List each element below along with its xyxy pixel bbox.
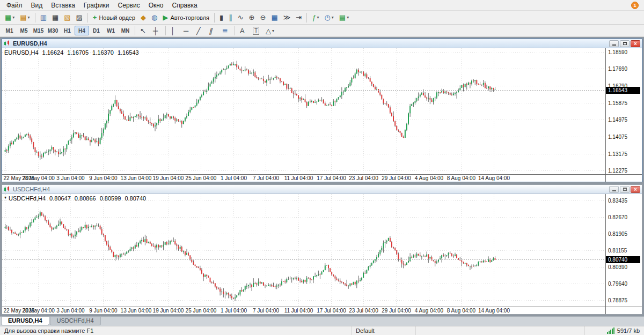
menu-view[interactable]: Вид (27, 1, 47, 10)
status-profile[interactable]: Default (352, 326, 416, 335)
open-value: 0.80647 (49, 195, 71, 202)
autoscroll-button[interactable]: ≫ (281, 12, 294, 23)
tile-windows-button[interactable]: ▦ (268, 12, 280, 23)
status-bar: Для вызова справки нажмите F1 Default 59… (0, 326, 644, 335)
label-tool-button[interactable]: T (250, 25, 263, 36)
svg-text:25 Jun 04:00: 25 Jun 04:00 (186, 308, 217, 314)
trendline-tool-button[interactable]: ╱ (194, 25, 207, 36)
crosshair-tool-button[interactable]: ┼ (150, 25, 163, 36)
data-window-button[interactable]: ▦ (49, 12, 61, 23)
terminal-button[interactable]: ▨ (74, 12, 85, 23)
timeframe-h4[interactable]: H4 (75, 26, 89, 35)
minimize-button[interactable] (609, 186, 619, 193)
chevron-down-icon: ▾ (12, 15, 14, 20)
timeframe-m30[interactable]: M30 (46, 26, 60, 35)
ohlc-readout: ▾ USDCHFd,H4 0.80647 0.80866 0.80599 0.8… (4, 195, 146, 202)
bar-chart-icon: ∥ (229, 14, 232, 21)
svg-text:9 Jun 04:00: 9 Jun 04:00 (89, 175, 118, 181)
timeframe-h1[interactable]: H1 (60, 26, 75, 35)
toolbar-separator (214, 13, 215, 23)
menu-insert[interactable]: Вставка (47, 1, 79, 10)
menu-tools[interactable]: Сервис (114, 1, 144, 10)
chevron-down-icon: ▾ (272, 28, 274, 33)
cursor-tool-button[interactable]: ↖ (137, 25, 150, 36)
svg-text:7 Jul 04:00: 7 Jul 04:00 (253, 308, 279, 314)
minimize-button[interactable] (609, 40, 619, 47)
tab-usdchf[interactable]: USDCHFd,H4 (50, 317, 101, 325)
usdchf-candlestick-chart[interactable]: 22 May 202528 May 04:003 Jun 04:009 Jun … (2, 194, 642, 314)
eurusd-titlebar[interactable]: EURUSD,H4 × (2, 39, 642, 48)
templates-button[interactable]: ▤ ▾ (336, 12, 352, 23)
svg-text:28 May 04:00: 28 May 04:00 (22, 308, 55, 314)
zoom-out-button[interactable]: ⊖ (258, 12, 269, 23)
new-chart-button[interactable]: ▦ ▾ (2, 12, 17, 23)
autotrading-button[interactable]: ▶ Авто-торговля (160, 12, 212, 23)
close-button[interactable]: × (631, 186, 640, 193)
autoscroll-icon: ≫ (283, 14, 291, 21)
shapes-tool-button[interactable]: △ ▾ (263, 25, 277, 36)
chart-window-eurusd: EURUSD,H4 × EURUSD,H4 1.16624 1.16705 1.… (2, 39, 642, 182)
tab-eurusd[interactable]: EURUSD,H4 (1, 317, 49, 325)
navigator-icon: ▧ (64, 14, 70, 21)
svg-text:0.83435: 0.83435 (608, 198, 628, 204)
menu-file[interactable]: Файл (2, 1, 27, 10)
timeframe-mn[interactable]: MN (118, 26, 133, 35)
new-order-button[interactable]: + Новый ордер (90, 12, 138, 23)
timeframe-w1[interactable]: W1 (104, 26, 118, 35)
periods-button[interactable]: ◷ ▾ (321, 12, 336, 23)
zoom-in-button[interactable]: ⊕ (246, 12, 258, 23)
profiles-button[interactable]: ▤ ▾ (17, 12, 32, 23)
open-value: 1.16624 (42, 49, 64, 56)
svg-text:13 Jun 04:00: 13 Jun 04:00 (121, 308, 152, 314)
timeframe-m1[interactable]: M1 (2, 26, 17, 35)
eurusd-candlestick-chart[interactable]: 22 May 202528 May 04:003 Jun 04:009 Jun … (2, 48, 642, 182)
channel-tool-button[interactable]: ∥ (207, 25, 219, 36)
symbol-expand-icon[interactable]: ▾ (4, 195, 6, 202)
high-value: 0.80866 (75, 195, 96, 202)
svg-text:23 Jul 04:00: 23 Jul 04:00 (349, 175, 378, 181)
shapes-icon: △ (266, 27, 271, 34)
fibonacci-tool-button[interactable]: ≣ (219, 25, 232, 36)
chart-line-button[interactable]: ∿ (235, 12, 246, 23)
navigator-button[interactable]: ▧ (61, 12, 73, 23)
menu-window[interactable]: Окно (144, 1, 168, 10)
symbol-label: EURUSD,H4 (4, 49, 39, 56)
svg-text:0.80740: 0.80740 (608, 257, 628, 263)
restore-button[interactable] (620, 186, 630, 193)
timeframe-d1[interactable]: D1 (89, 26, 104, 35)
indicators-button[interactable]: ƒ ▾ (309, 12, 321, 23)
close-button[interactable]: × (631, 40, 640, 47)
timeframe-m5[interactable]: M5 (17, 26, 31, 35)
label-icon: T (253, 27, 259, 35)
text-tool-button[interactable]: A (237, 25, 250, 36)
metaeditor-button[interactable]: ◆ (138, 12, 149, 23)
horizontal-line-tool-button[interactable]: ─ (181, 25, 194, 36)
timeframe-m15[interactable]: M15 (31, 26, 46, 35)
usdchf-titlebar[interactable]: USDCHFd,H4 × (2, 185, 642, 194)
vertical-line-tool-button[interactable]: │ (168, 25, 181, 36)
community-button[interactable]: ◍ (149, 12, 160, 23)
restore-button[interactable] (620, 40, 630, 47)
chevron-down-icon: ▾ (28, 15, 30, 20)
chart-icon (4, 40, 10, 47)
notifications-badge[interactable]: 1 (631, 2, 639, 9)
toolbar-separator (35, 13, 35, 23)
traffic-counter: 591/7 kb (617, 327, 640, 334)
horizontal-line-icon: ─ (184, 27, 188, 34)
menu-help[interactable]: Справка (168, 1, 202, 10)
chart-candles-button[interactable]: ▮ (217, 12, 226, 23)
svg-text:25 Jun 04:00: 25 Jun 04:00 (186, 175, 217, 181)
status-traffic: 591/7 kb (585, 326, 644, 335)
menu-charts[interactable]: Графики (79, 1, 114, 10)
svg-text:1.16543: 1.16543 (608, 87, 628, 93)
chart-bars-button[interactable]: ∥ (226, 12, 235, 23)
svg-text:9 Jun 04:00: 9 Jun 04:00 (89, 308, 118, 314)
svg-text:17 Jul 04:00: 17 Jul 04:00 (317, 308, 346, 314)
market-watch-button[interactable]: ▥ (38, 12, 49, 23)
svg-text:0.80390: 0.80390 (608, 264, 628, 270)
templates-icon: ▤ (339, 14, 346, 21)
chart-shift-button[interactable]: ⇥ (293, 12, 304, 23)
svg-text:0.79640: 0.79640 (608, 281, 628, 287)
toolbar-separator (135, 26, 135, 35)
vertical-line-icon: │ (171, 27, 175, 34)
